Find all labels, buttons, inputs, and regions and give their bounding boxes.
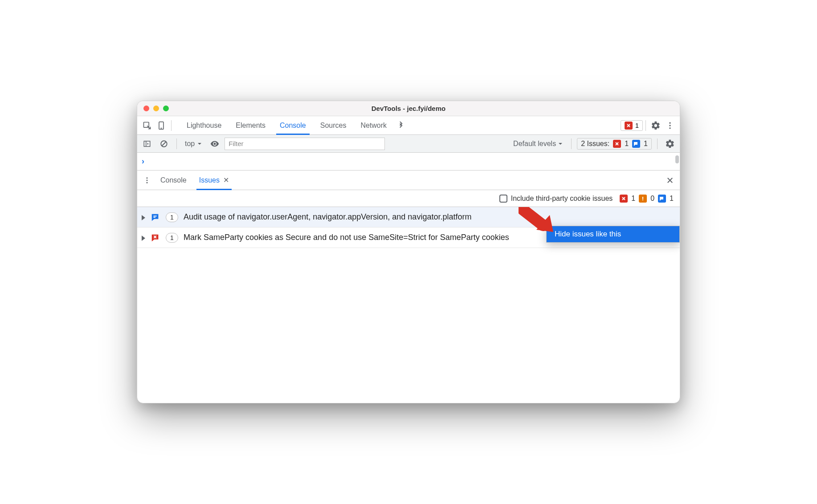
svg-point-10	[147, 177, 148, 179]
tab-label: Issues	[199, 176, 220, 184]
toggle-sidebar-icon[interactable]	[140, 137, 154, 151]
context-menu-hide-issues[interactable]: Hide issues like this	[547, 226, 679, 242]
divider	[176, 138, 177, 149]
svg-point-12	[147, 182, 148, 183]
tab-label: Network	[360, 122, 387, 130]
console-settings-icon[interactable]	[663, 137, 677, 151]
tab-label: Console	[160, 176, 187, 184]
svg-rect-6	[144, 141, 150, 146]
svg-point-4	[669, 125, 670, 126]
chevron-down-icon	[558, 141, 563, 146]
tab-network[interactable]: Network	[353, 116, 394, 134]
device-toolbar-icon[interactable]	[154, 118, 168, 133]
tab-label: Lighthouse	[187, 122, 221, 130]
issues-list: 1 Audit usage of navigator.userAgent, na…	[137, 207, 680, 403]
third-party-label: Include third-party cookie issues	[511, 195, 613, 203]
window-title: DevTools - jec.fyi/demo	[137, 105, 680, 112]
drawer-kebab-icon[interactable]	[140, 173, 154, 187]
settings-icon[interactable]	[649, 118, 663, 133]
error-badge-icon	[613, 140, 621, 148]
context-menu-label: Hide issues like this	[555, 230, 621, 238]
expand-icon[interactable]	[142, 236, 145, 241]
window-minimize-button[interactable]	[153, 106, 159, 111]
checkbox-icon	[499, 195, 507, 203]
live-expression-icon[interactable]	[208, 137, 222, 151]
annotation-arrow-icon	[519, 207, 559, 236]
divider	[657, 138, 658, 149]
tab-label: Elements	[236, 122, 266, 130]
svg-rect-13	[642, 197, 643, 199]
tab-elements[interactable]: Elements	[229, 116, 273, 134]
error-count: 1	[631, 195, 635, 203]
tab-label: Console	[280, 122, 306, 130]
console-body[interactable]: ›	[137, 153, 680, 171]
issue-counts: 1 0 1	[620, 195, 674, 203]
issue-count-pill: 1	[166, 212, 178, 222]
warn-badge-icon	[639, 195, 647, 203]
clear-console-icon[interactable]	[157, 137, 171, 151]
divider	[571, 138, 572, 149]
chevron-down-icon	[197, 141, 202, 146]
scrollbar-thumb[interactable]	[675, 155, 679, 163]
kebab-menu-icon[interactable]	[663, 118, 677, 133]
titlebar: DevTools - jec.fyi/demo	[137, 101, 680, 116]
traffic-lights	[143, 106, 169, 111]
devtools-window: DevTools - jec.fyi/demo Lighthouse Eleme…	[137, 101, 680, 403]
tab-console[interactable]: Console	[273, 116, 313, 134]
panel-tabs: Lighthouse Elements Console Sources Netw…	[180, 116, 408, 134]
issues-summary[interactable]: 2 Issues: 1 1	[577, 138, 652, 150]
log-levels-selector[interactable]: Default levels	[511, 139, 566, 149]
error-issue-icon	[151, 233, 160, 243]
info-badge-icon	[632, 140, 640, 148]
svg-rect-14	[642, 199, 643, 200]
close-drawer-icon[interactable]	[663, 173, 677, 187]
context-menu: Hide issues like this	[546, 226, 680, 243]
issue-title: Audit usage of navigator.userAgent, navi…	[184, 211, 674, 223]
context-selector[interactable]: top	[182, 139, 205, 149]
tab-lighthouse[interactable]: Lighthouse	[180, 116, 229, 134]
svg-rect-15	[153, 215, 156, 216]
issues-error-count: 1	[625, 140, 629, 148]
info-badge-icon	[658, 195, 666, 203]
expand-icon[interactable]	[142, 215, 145, 220]
more-tabs-icon[interactable]	[394, 118, 408, 133]
inspect-element-icon[interactable]	[140, 118, 154, 133]
drawer-tab-bar: Console Issues ✕	[137, 171, 680, 190]
filter-input[interactable]	[225, 138, 385, 150]
issue-count-pill: 1	[166, 233, 178, 243]
error-badge-icon	[625, 122, 633, 130]
drawer-tab-console[interactable]: Console	[154, 171, 193, 190]
svg-line-9	[162, 142, 166, 146]
issues-info-count: 1	[644, 140, 648, 148]
svg-point-3	[669, 122, 670, 123]
console-prompt-icon: ›	[142, 157, 144, 166]
tab-label: Sources	[320, 122, 347, 130]
svg-rect-16	[153, 217, 155, 218]
issue-row[interactable]: 1 Audit usage of navigator.userAgent, na…	[137, 207, 680, 228]
window-zoom-button[interactable]	[163, 106, 169, 111]
window-close-button[interactable]	[143, 106, 149, 111]
error-count-pill[interactable]: 1	[621, 120, 643, 131]
issues-toolbar: Include third-party cookie issues 1 0 1	[137, 190, 680, 207]
console-toolbar: top Default levels 2 Issues: 1 1	[137, 135, 680, 153]
drawer-tab-issues[interactable]: Issues ✕	[193, 171, 235, 190]
divider	[171, 120, 172, 131]
warn-count: 0	[650, 195, 654, 203]
svg-point-5	[669, 127, 670, 129]
info-count: 1	[670, 195, 674, 203]
main-tab-bar: Lighthouse Elements Console Sources Netw…	[137, 116, 680, 135]
error-badge-icon	[620, 195, 628, 203]
issues-label: 2 Issues:	[581, 140, 609, 148]
tab-sources[interactable]: Sources	[313, 116, 354, 134]
levels-label: Default levels	[513, 140, 556, 148]
info-issue-icon	[151, 212, 160, 222]
error-count: 1	[635, 122, 639, 129]
third-party-checkbox[interactable]: Include third-party cookie issues	[499, 195, 613, 203]
divider	[645, 120, 646, 131]
svg-point-11	[147, 179, 148, 181]
context-label: top	[185, 140, 195, 148]
close-icon[interactable]: ✕	[223, 176, 229, 184]
